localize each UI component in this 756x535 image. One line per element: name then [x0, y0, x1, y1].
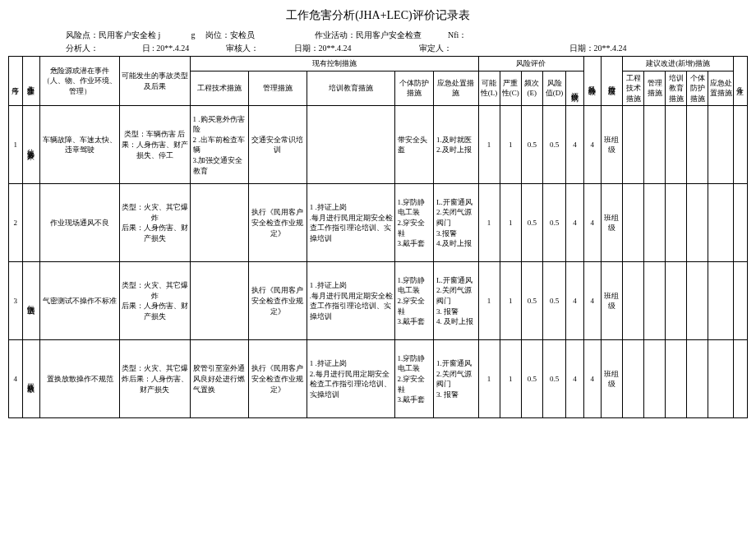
cell-sug_emerg [708, 340, 734, 418]
cell-sug_ppe [687, 262, 708, 340]
th-accident: 可能发生的事故类型及后果 [120, 57, 190, 106]
th-risk-eval: 风险评价 [478, 57, 583, 71]
cell-step: 气密测试 [22, 262, 39, 340]
cell-rank: 4 [566, 184, 583, 262]
cell-mgmt: 执行《民用客户安全检查作业规定》 [248, 340, 307, 418]
th-train: 培训教育措施 [307, 71, 394, 106]
cell-l: 1 [478, 184, 500, 262]
cell-seq: 4 [9, 340, 23, 418]
cell-sug_eng [623, 340, 644, 418]
cell-train: 1 .持证上岗 .每月进行民用定期安全检查工作指引理论培训、实操培训 [307, 184, 394, 262]
th-risk-grade: 风险分级 [583, 57, 601, 106]
th-e: 频次(E) [521, 71, 542, 106]
cell-accident: 类型：火灾、其它爆炸后果：人身伤害、财产损失 [120, 340, 190, 418]
cell-sug_eng [623, 106, 644, 184]
cell-d: 0.5 [542, 340, 565, 418]
cell-ctrl_grade: 班组级 [601, 340, 622, 418]
cell-train: 1 .持证上岗 .每月进行民用定期安全检查工作指引理论培训、实操培训 [307, 262, 394, 340]
cell-sug_emerg [708, 106, 734, 184]
cell-e: 0.5 [521, 262, 542, 340]
cell-seq: 2 [9, 184, 23, 262]
cell-e: 0.5 [521, 340, 542, 418]
cell-remark [734, 184, 748, 262]
cell-risk_grade: 4 [583, 184, 601, 262]
cell-accident: 类型：车辆伤害 后果：人身伤害、财产损失、停工 [120, 106, 190, 184]
cell-sug_train [666, 262, 687, 340]
cell-step [22, 184, 39, 262]
header-line1: 风险点：民用客户安全检 j g 岗位：安检员 作业活动：民用客户安全检查 Nfi… [8, 30, 748, 41]
th-rank: 评价级别 [566, 71, 583, 106]
th-seq: 序号 [9, 57, 23, 106]
th-ctrl-grade: 管控层级 [601, 57, 622, 106]
cell-mgmt: 执行《民用客户安全检查作业规定》 [248, 184, 307, 262]
th-mgmt: 管理措施 [248, 71, 307, 106]
cell-emerg: 1.及时就医 2.及时上报 [433, 106, 478, 184]
cell-sug_eng [623, 262, 644, 340]
th-sug-emerg: 应急处置措施 [708, 71, 734, 106]
th-hazard: 危险源或潜在事件（人、物、作业环境、管理） [39, 57, 119, 106]
cell-eng [190, 262, 248, 340]
cell-risk_grade: 4 [583, 340, 601, 418]
cell-mgmt: 交通安全常识培训 [248, 106, 307, 184]
jha-table: 序号 作业步骤 危险源或潜在事件（人、物、作业环境、管理） 可能发生的事故类型及… [8, 56, 748, 418]
th-step: 作业步骤 [22, 57, 39, 106]
th-emerg: 应急处置措施 [433, 71, 478, 106]
header-row-1: 序号 作业步骤 危险源或潜在事件（人、物、作业环境、管理） 可能发生的事故类型及… [9, 57, 748, 71]
cell-ctrl_grade: 班组级 [601, 184, 622, 262]
th-d: 风险值(D) [542, 71, 565, 106]
cell-sug_mgmt [644, 340, 666, 418]
cell-remark [734, 106, 748, 184]
cell-emerg: L.开窗通风 2.关闭气源阀门 3.报警 4.及时上报 [433, 184, 478, 262]
cell-d: 0.5 [542, 106, 565, 184]
cell-sug_mgmt [644, 262, 666, 340]
cell-l: 1 [478, 262, 500, 340]
cell-rank: 4 [566, 106, 583, 184]
th-sug-train: 培训教育措施 [666, 71, 687, 106]
cell-seq: 3 [9, 262, 23, 340]
cell-emerg: 1.开窗通风 2.关闭气源阀门 3. 报警 [433, 340, 478, 418]
cell-sug_train [666, 184, 687, 262]
cell-c: 1 [500, 106, 521, 184]
cell-risk_grade: 4 [583, 262, 601, 340]
cell-hazard: 置换放散操作不规范 [39, 340, 119, 418]
cell-remark [734, 262, 748, 340]
cell-seq: 1 [9, 106, 23, 184]
cell-ppe: 带安全头盔 [394, 106, 433, 184]
cell-sug_emerg [708, 262, 734, 340]
cell-ctrl_grade: 班组级 [601, 262, 622, 340]
th-suggest: 建议改进(新增)措施 [623, 57, 734, 71]
th-existing: 现有控制措施 [190, 57, 478, 71]
cell-c: 1 [500, 262, 521, 340]
th-sug-mgmt: 管理措施 [644, 71, 666, 106]
cell-sug_emerg [708, 184, 734, 262]
cell-eng: 胶管引至室外通风良好处进行燃气置换 [190, 340, 248, 418]
table-row: 1往返客户家车辆故障、车速太快、违章驾驶类型：车辆伤害 后果：人身伤害、财产损失… [9, 106, 748, 184]
cell-hazard: 气密测试不操作不标准 [39, 262, 119, 340]
cell-sug_ppe [687, 184, 708, 262]
header-line2: 分析人： 日 : 20**.4.24 审核人： 日期：20**.4.24 审定人… [8, 43, 748, 54]
cell-e: 0.5 [521, 184, 542, 262]
cell-accident: 类型：火灾、其它爆炸 后果：人身伤害、财产损失 [120, 184, 190, 262]
th-sug-ppe: 个体防护措施 [687, 71, 708, 106]
th-remark: 备注 [734, 57, 748, 106]
cell-rank: 4 [566, 340, 583, 418]
cell-train [307, 106, 394, 184]
cell-d: 0.5 [542, 262, 565, 340]
th-c: 严重性(C) [500, 71, 521, 106]
cell-l: 1 [478, 340, 500, 418]
cell-hazard: 车辆故障、车速太快、违章驾驶 [39, 106, 119, 184]
cell-eng: 1 .购买意外伤害险 2 .出车前检查车辆 3.加强交通安全教育 [190, 106, 248, 184]
th-ppe: 个体防护措施 [394, 71, 433, 106]
cell-sug_train [666, 340, 687, 418]
cell-risk_grade: 4 [583, 106, 601, 184]
cell-sug_mgmt [644, 184, 666, 262]
cell-ppe: 1.穿防静电工装 2.穿安全鞋 3.戴手套 [394, 184, 433, 262]
cell-step: 往返客户家 [22, 106, 39, 184]
th-l: 可能性(L) [478, 71, 500, 106]
cell-e: 0.5 [521, 106, 542, 184]
th-sug-eng: 工程技术措施 [623, 71, 644, 106]
cell-d: 0.5 [542, 184, 565, 262]
cell-step: 置换放散 [22, 340, 39, 418]
cell-emerg: L.开窗通风 2.关闭气源阀门 3. 报警 4. 及时上报 [433, 262, 478, 340]
cell-sug_mgmt [644, 106, 666, 184]
